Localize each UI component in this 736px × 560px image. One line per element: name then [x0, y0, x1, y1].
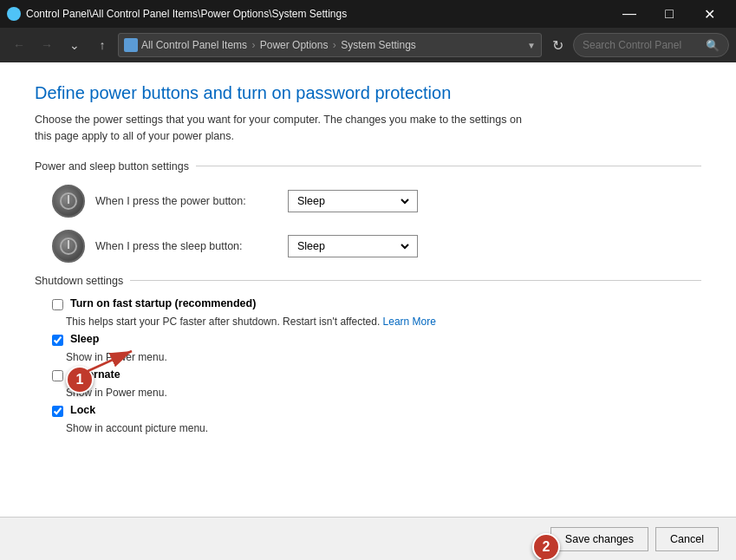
lock-sublabel: Show in account picture menu.: [66, 422, 701, 434]
sleep-button-select[interactable]: Do nothing Sleep Hibernate Shut down Tur…: [294, 236, 412, 257]
hibernate-sublabel: Show in Power menu.: [66, 387, 701, 399]
fast-startup-desc: This helps start your PC faster after sh…: [66, 316, 701, 328]
learn-more-link[interactable]: Learn More: [383, 316, 436, 328]
breadcrumb: All Control Panel Items › Power Options …: [141, 39, 524, 51]
hibernate-checkbox[interactable]: [52, 370, 63, 381]
maximize-button[interactable]: □: [649, 0, 689, 28]
sleep-checkbox[interactable]: [52, 335, 63, 346]
window-title: Control Panel\All Control Panel Items\Po…: [26, 8, 609, 20]
lock-checkbox[interactable]: [52, 406, 63, 417]
refresh-button[interactable]: ↻: [545, 33, 570, 57]
power-button-select[interactable]: Do nothing Sleep Sleep Hibernate Shut do…: [294, 191, 412, 212]
section2-label: Shutdown settings: [35, 275, 123, 287]
fast-startup-label[interactable]: Turn on fast startup (recommended): [70, 297, 256, 309]
address-bar-icon: [124, 38, 138, 52]
window-controls: — □ ✕: [609, 0, 729, 28]
search-input[interactable]: [583, 39, 700, 51]
forward-button[interactable]: →: [35, 33, 59, 57]
breadcrumb-item2: Power Options: [260, 39, 329, 51]
sleep-sublabel: Show in Power menu.: [66, 351, 701, 363]
cancel-button[interactable]: Cancel: [655, 527, 719, 551]
breadcrumb-item3: System Settings: [341, 39, 416, 51]
section1-label: Power and sleep button settings: [35, 160, 189, 173]
footer: Save changes Cancel: [0, 517, 736, 560]
sleep-button-row: When I press the sleep button: Do nothin…: [52, 230, 701, 263]
page-title: Define power buttons and turn on passwor…: [35, 83, 701, 103]
close-button[interactable]: ✕: [689, 0, 729, 28]
power-button-label: When I press the power button:: [95, 195, 277, 207]
annotation-1: 1: [66, 366, 94, 394]
power-icon-line: [68, 195, 69, 204]
up-button[interactable]: ↑: [90, 33, 114, 57]
save-changes-button[interactable]: Save changes: [550, 527, 648, 551]
nav-bar: ← → ⌄ ↑ All Control Panel Items › Power …: [0, 28, 736, 62]
search-box[interactable]: 🔍: [573, 33, 729, 57]
fast-startup-desc-text: This helps start your PC faster after sh…: [66, 316, 380, 328]
section2-header: Shutdown settings: [35, 275, 701, 287]
breadcrumb-sep1: ›: [251, 39, 255, 51]
lock-checkbox-label[interactable]: Lock: [70, 404, 95, 416]
page-description: Choose the power settings that you want …: [35, 112, 537, 145]
address-dropdown-icon[interactable]: ▼: [527, 41, 536, 50]
up-menu-button[interactable]: ⌄: [62, 33, 87, 57]
power-button-row: When I press the power button: Do nothin…: [52, 185, 701, 218]
app-icon: [7, 7, 21, 21]
power-icon-ring: [60, 192, 77, 210]
content-wrapper: Define power buttons and turn on passwor…: [0, 62, 736, 517]
power-button-dropdown[interactable]: Do nothing Sleep Sleep Hibernate Shut do…: [288, 190, 418, 212]
title-bar: Control Panel\All Control Panel Items\Po…: [0, 0, 736, 28]
breadcrumb-item1: All Control Panel Items: [141, 39, 247, 51]
main-content: Define power buttons and turn on passwor…: [0, 62, 736, 517]
sleep-button-dropdown[interactable]: Do nothing Sleep Hibernate Shut down Tur…: [288, 235, 418, 257]
lock-checkbox-row: Lock: [52, 404, 701, 417]
address-bar[interactable]: All Control Panel Items › Power Options …: [118, 33, 542, 57]
breadcrumb-sep2: ›: [333, 39, 336, 51]
sleep-icon-ring: [60, 238, 77, 255]
sleep-button-label: When I press the sleep button:: [95, 240, 277, 252]
minimize-button[interactable]: —: [609, 0, 649, 28]
sleep-checkbox-label[interactable]: Sleep: [70, 333, 99, 345]
sleep-checkbox-row: Sleep: [52, 333, 701, 346]
hibernate-checkbox-row: Hibernate: [52, 368, 701, 381]
fast-startup-row: Turn on fast startup (recommended): [52, 297, 701, 310]
fast-startup-checkbox[interactable]: [52, 299, 63, 310]
annotation-2: 2: [532, 533, 560, 560]
sleep-icon-line: [68, 240, 69, 249]
sleep-button-icon: [52, 230, 85, 263]
power-button-icon: [52, 185, 85, 218]
search-icon: 🔍: [706, 39, 720, 52]
section1-header: Power and sleep button settings: [35, 160, 701, 173]
back-button[interactable]: ←: [7, 33, 31, 57]
